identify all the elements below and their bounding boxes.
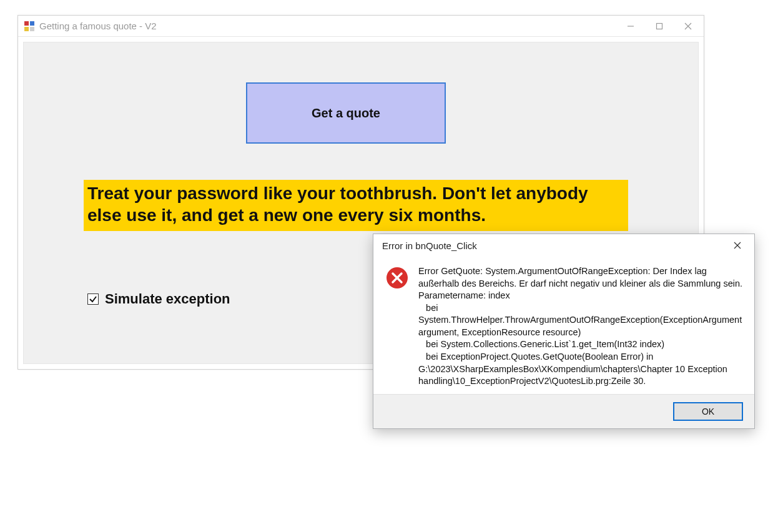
get-quote-button[interactable]: Get a quote [246, 82, 446, 144]
maximize-button[interactable] [645, 17, 674, 36]
svg-rect-3 [30, 27, 34, 31]
close-button[interactable] [674, 17, 702, 36]
dialog-close-button[interactable] [724, 236, 751, 255]
simulate-exception-label: Simulate exception [105, 291, 230, 307]
svg-rect-2 [24, 27, 29, 31]
dialog-footer: OK [373, 394, 754, 428]
svg-rect-0 [24, 21, 29, 26]
window-controls [616, 17, 702, 36]
app-icon [24, 21, 34, 31]
titlebar[interactable]: Getting a famous quote - V2 [18, 16, 704, 37]
simulate-exception-checkbox[interactable] [87, 293, 99, 305]
dialog-titlebar[interactable]: Error in bnQuote_Click [373, 234, 754, 257]
simulate-exception-row: Simulate exception [87, 291, 230, 307]
error-icon [386, 267, 408, 289]
ok-button-label: OK [702, 406, 714, 416]
minimize-button[interactable] [616, 17, 645, 36]
svg-rect-5 [657, 23, 662, 29]
window-title: Getting a famous quote - V2 [39, 21, 616, 31]
dialog-title: Error in bnQuote_Click [382, 240, 724, 251]
quote-display: Treat your password like your toothbrush… [84, 180, 628, 231]
dialog-body: Error GetQuote: System.ArgumentOutOfRang… [373, 257, 754, 394]
svg-rect-1 [30, 21, 34, 26]
error-dialog: Error in bnQuote_Click Error GetQuote: S… [373, 234, 755, 429]
error-message: Error GetQuote: System.ArgumentOutOfRang… [418, 265, 743, 388]
get-quote-button-label: Get a quote [312, 106, 380, 121]
ok-button[interactable]: OK [673, 402, 743, 421]
